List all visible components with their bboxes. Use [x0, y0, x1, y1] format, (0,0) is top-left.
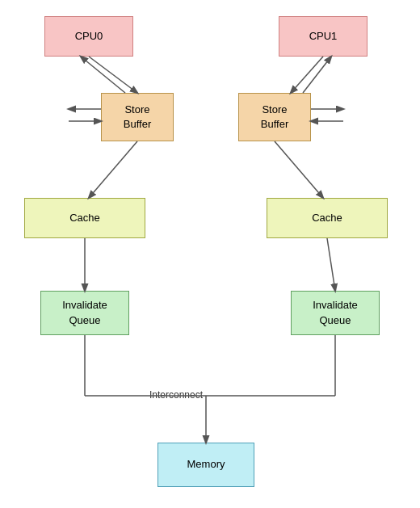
cache0-label: Cache [69, 211, 100, 225]
invalidate-queue0-box: InvalidateQueue [40, 291, 129, 335]
svg-line-0 [89, 57, 137, 93]
svg-line-6 [303, 57, 331, 93]
svg-line-1 [81, 57, 125, 93]
invalidate-queue1-label: InvalidateQueue [313, 298, 358, 327]
svg-line-9 [275, 141, 323, 198]
invalidate-queue1-box: InvalidateQueue [291, 291, 380, 335]
diagram: CPU0 CPU1 StoreBuffer StoreBuffer Cache … [0, 0, 420, 508]
cpu1-label: CPU1 [309, 29, 338, 44]
cpu0-label: CPU0 [75, 29, 103, 44]
store-buffer0-label: StoreBuffer [124, 103, 151, 132]
store-buffer0-box: StoreBuffer [101, 93, 174, 141]
memory-box: Memory [158, 443, 254, 487]
cpu1-box: CPU1 [279, 16, 368, 57]
arrows-overlay [0, 0, 420, 508]
cache1-label: Cache [312, 211, 342, 225]
svg-line-4 [89, 141, 137, 198]
store-buffer1-label: StoreBuffer [261, 103, 288, 132]
cache0-box: Cache [24, 198, 145, 238]
interconnect-label: Interconnect [149, 389, 203, 401]
svg-line-5 [291, 57, 323, 93]
svg-line-11 [327, 238, 335, 291]
cache1-box: Cache [267, 198, 388, 238]
invalidate-queue0-label: InvalidateQueue [62, 298, 107, 327]
memory-label: Memory [187, 457, 225, 472]
store-buffer1-box: StoreBuffer [238, 93, 311, 141]
cpu0-box: CPU0 [44, 16, 133, 57]
